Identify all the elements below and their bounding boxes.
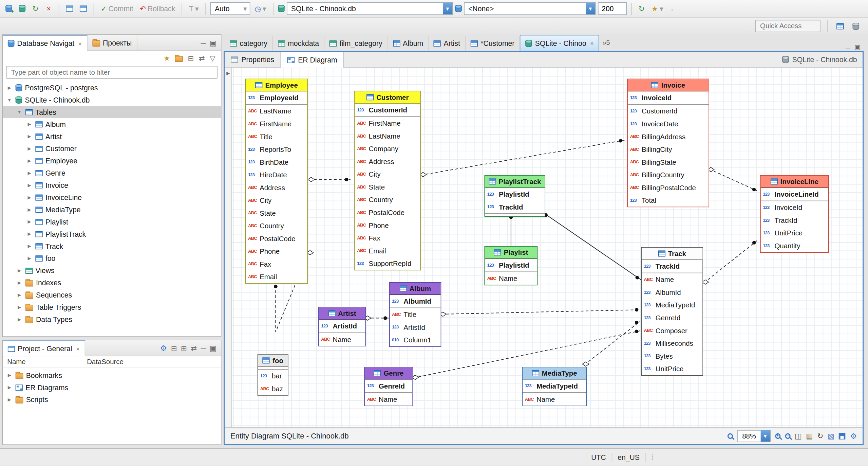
close-icon[interactable]: ×: [78, 40, 82, 47]
expander-icon[interactable]: ▶: [6, 385, 13, 390]
erd-entity-invoice[interactable]: Invoice123InvoiceId123CustomerId123Invoi…: [627, 79, 709, 208]
combo-arrow-icon[interactable]: ▼: [586, 3, 595, 14]
tree-item-table-triggers[interactable]: ▶Table Triggers: [3, 301, 221, 313]
navigator-filter-input[interactable]: [6, 66, 218, 79]
zoom-combo[interactable]: 88% ▼: [737, 430, 771, 442]
dbeaver-perspective-button[interactable]: [850, 19, 862, 33]
erd-entity-genre[interactable]: Genre123GenreIdABCName: [364, 367, 413, 406]
zoom-in-icon[interactable]: +: [775, 433, 780, 438]
tree-item-tables[interactable]: ▼Tables: [3, 106, 221, 118]
export-image-icon[interactable]: ▧: [828, 432, 834, 440]
tree-item-sequences[interactable]: ▶Sequences: [3, 289, 221, 301]
tab-database-navigator[interactable]: Database Navigat ×: [3, 35, 87, 51]
transaction-log-button[interactable]: ◷ ▾: [252, 2, 268, 15]
active-schema-combo[interactable]: <None> ▼: [464, 2, 596, 15]
tree-item-playlist[interactable]: ▶Playlist: [3, 216, 221, 228]
diagram-settings-icon[interactable]: ⚙: [850, 432, 857, 440]
close-icon[interactable]: ×: [76, 345, 80, 352]
tree-item-invoiceline[interactable]: ▶InvoiceLine: [3, 191, 221, 203]
expander-icon[interactable]: ▼: [6, 97, 13, 102]
tree-item-album[interactable]: ▶Album: [3, 118, 221, 130]
erd-connector[interactable]: [441, 310, 640, 314]
close-icon[interactable]: ×: [590, 40, 594, 47]
expander-icon[interactable]: ▶: [26, 195, 33, 200]
erd-entity-album[interactable]: Album123AlbumIdABCTitle123ArtistId010Col…: [389, 282, 441, 347]
connect-button[interactable]: [17, 2, 28, 15]
combo-arrow-icon[interactable]: ▼: [760, 430, 770, 442]
auto-layout-icon[interactable]: ◫: [795, 432, 801, 440]
erd-entity-mediatype[interactable]: MediaType123MediaTypeIdABCName: [522, 367, 587, 406]
expander-icon[interactable]: ▶: [26, 171, 33, 176]
gear-icon[interactable]: ⚙: [160, 344, 167, 352]
erd-connector[interactable]: [704, 240, 758, 283]
erd-entity-artist[interactable]: Artist123ArtistIdABCName: [318, 307, 366, 346]
expander-icon[interactable]: ▶: [26, 207, 33, 212]
erd-entity-playlist[interactable]: Playlist123PlaylistIdABCName: [485, 246, 538, 285]
expander-icon[interactable]: ▶: [6, 397, 13, 402]
disconnect-button[interactable]: ×: [43, 2, 54, 15]
tree-item-playlisttrack[interactable]: ▶PlaylistTrack: [3, 228, 221, 240]
erd-entity-playlisttrack[interactable]: PlaylistTrack123PlaylistId123TrackId: [485, 175, 545, 217]
tab-project-general[interactable]: Project - General ×: [3, 340, 85, 356]
sql-editor-button[interactable]: [64, 2, 75, 15]
transaction-mode-button[interactable]: T ▾: [187, 2, 201, 15]
zoom-out-icon[interactable]: −: [785, 433, 790, 438]
new-connection-button[interactable]: +: [3, 2, 15, 15]
expander-icon[interactable]: ▶: [26, 122, 33, 127]
maximize-button[interactable]: ▣: [210, 38, 216, 47]
expander-icon[interactable]: ▶: [16, 292, 23, 298]
active-database-combo[interactable]: SQLite - Chinook.db ▼: [287, 2, 453, 15]
expander-icon[interactable]: ▶: [6, 373, 13, 378]
tree-item-genre[interactable]: ▶Genre: [3, 167, 221, 179]
search-icon[interactable]: [727, 433, 733, 438]
tab-projects[interactable]: Проекты: [87, 35, 137, 51]
statusbar-more-icon[interactable]: ⁞: [651, 453, 653, 461]
editor-tab-film-category[interactable]: film_category: [324, 36, 388, 51]
expander-icon[interactable]: ▶: [16, 317, 23, 322]
editor-tab-sqlite-chinoo[interactable]: SQLite - Chinoo×: [520, 35, 599, 51]
erd-entity-foo[interactable]: foo123barABCbaz: [258, 354, 288, 396]
expander-icon[interactable]: ▶: [26, 146, 33, 151]
tree-item-postgresql-postgres[interactable]: ▶PostgreSQL - postgres: [3, 82, 221, 94]
column-header-name[interactable]: Name: [3, 358, 87, 365]
maximize-button[interactable]: ▣: [210, 344, 216, 352]
expand-all-icon[interactable]: ⊞: [181, 344, 187, 352]
back-button[interactable]: ←: [668, 2, 679, 15]
save-icon[interactable]: [839, 432, 846, 439]
expander-icon[interactable]: ▼: [16, 109, 23, 114]
expander-icon[interactable]: ▶: [16, 280, 23, 285]
editor-tab-category[interactable]: category: [225, 36, 273, 51]
erd-entity-invoiceline[interactable]: InvoiceLine123InvoiceLineId123InvoiceId1…: [760, 175, 829, 253]
tree-item-customer[interactable]: ▶Customer: [3, 142, 221, 155]
erd-entity-track[interactable]: Track123TrackIdABCName123AlbumId123Media…: [641, 247, 703, 376]
er-diagram-canvas[interactable]: ▶ Employee123EmployeeIdABCLastNameABCFir…: [225, 68, 862, 427]
collapse-all-icon[interactable]: ⊟: [171, 344, 177, 352]
tree-item-artist[interactable]: ▶Artist: [3, 130, 221, 142]
collapse-all-icon[interactable]: ⊟: [188, 55, 194, 62]
tree-item-sqlite-chinook-db[interactable]: ▼SQLite - Chinook.db: [3, 94, 221, 106]
maximize-button[interactable]: ▣: [854, 44, 860, 51]
erd-entity-employee[interactable]: Employee123EmployeeIdABCLastNameABCFirst…: [245, 79, 308, 284]
erd-connector[interactable]: [709, 169, 758, 191]
commit-mode-combo[interactable]: Auto ▾: [210, 2, 250, 15]
tools-button[interactable]: ★ ▾: [649, 2, 665, 15]
editor-tab-customer[interactable]: *Customer: [466, 36, 520, 51]
link-with-editor-icon[interactable]: ⇄: [191, 344, 197, 352]
quick-access-input[interactable]: [755, 20, 820, 32]
erd-connector[interactable]: [585, 321, 640, 364]
filter-connected-icon[interactable]: ★: [164, 55, 170, 62]
editor-tab-album[interactable]: Album: [388, 36, 429, 51]
palette-strip[interactable]: ▶: [225, 68, 232, 427]
minimize-button[interactable]: ─: [201, 38, 206, 47]
tree-item-indexes[interactable]: ▶Indexes: [3, 276, 221, 289]
toggle-grid-icon[interactable]: ▦: [806, 432, 813, 440]
new-folder-icon[interactable]: [175, 56, 183, 62]
expander-icon[interactable]: ▶: [26, 219, 33, 224]
expander-icon[interactable]: ▶: [6, 85, 13, 90]
view-menu-icon[interactable]: ▽: [210, 55, 215, 62]
tab-overflow-indicator[interactable]: »5: [599, 39, 613, 47]
expander-icon[interactable]: ▶: [26, 183, 33, 188]
open-perspective-button[interactable]: [834, 19, 846, 33]
editor-tab-mockdata[interactable]: mockdata: [273, 36, 324, 51]
tab-er-diagram[interactable]: ER Diagram: [281, 52, 344, 68]
